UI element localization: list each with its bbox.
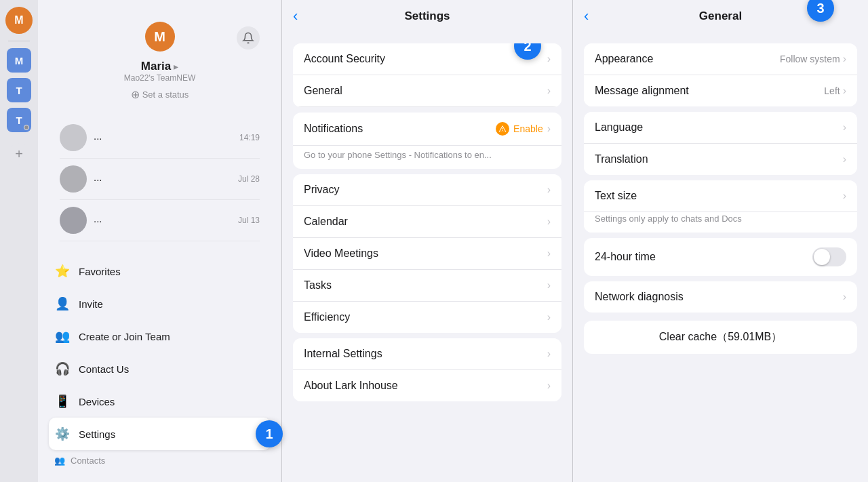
notifications-bell-button[interactable]: [237, 26, 260, 49]
chevron-right-icon-5: ›: [547, 216, 551, 228]
star-icon: ⭐: [54, 263, 71, 279]
conv-time-2: Jul 28: [238, 174, 260, 184]
tasks-label: Tasks: [304, 279, 332, 292]
about-label: About Lark Inhouse: [304, 380, 398, 392]
settings-tasks[interactable]: Tasks ›: [293, 270, 561, 302]
callout-badge-1: 1: [256, 420, 283, 447]
chevron-right-icon: ›: [547, 53, 551, 65]
general-label: General: [304, 85, 342, 97]
settings-privacy[interactable]: Privacy ›: [293, 174, 561, 206]
settings-group-notifications: Notifications Enable › Go to your phone …: [293, 113, 561, 169]
network-diagnosis-label: Network diagnosis: [595, 291, 684, 303]
chevron-right-icon-6: ›: [547, 247, 551, 260]
account-security-label: Account Security: [304, 53, 385, 65]
conv-item-2[interactable]: ··· Jul 28: [60, 159, 260, 200]
sidebar-item-devices[interactable]: 📱 Devices: [49, 385, 271, 418]
conv-item-1[interactable]: ··· 14:19: [60, 117, 260, 159]
online-dot: [24, 125, 29, 130]
text-size-label: Text size: [595, 190, 637, 202]
general-appearance[interactable]: Appearance Follow system ›: [584, 43, 857, 75]
chevron-right-icon-3: ›: [547, 123, 551, 135]
nav-list: ⭐ Favorites 👤 Invite 👥 Create or Join Te…: [49, 255, 271, 450]
general-translation[interactable]: Translation ›: [584, 144, 857, 175]
notifications-enable-label: Enable: [513, 123, 543, 134]
conv-time-1: 14:19: [239, 133, 260, 142]
sidebar-item-label-invite: Invite: [79, 298, 103, 310]
sidebar-avatar-1[interactable]: M: [7, 48, 31, 73]
message-alignment-value: Left: [824, 85, 840, 96]
add-workspace-button[interactable]: +: [8, 143, 30, 165]
general-language[interactable]: Language ›: [584, 112, 857, 144]
general-group-2: Language › Translation ›: [584, 112, 857, 175]
settings-panel-header: ‹ Settings: [282, 0, 572, 33]
callout-badge-3: 3: [807, 0, 834, 22]
general-network-diagnosis[interactable]: Network diagnosis ›: [584, 281, 857, 313]
chevron-right-icon-9: ›: [547, 348, 551, 360]
notifications-label: Notifications: [304, 123, 363, 135]
general-text-size[interactable]: Text size ›: [584, 180, 857, 212]
text-size-subtext: Settings only apply to chats and Docs: [584, 212, 857, 233]
chevron-right-icon-a6: ›: [843, 291, 846, 303]
settings-back-button[interactable]: ‹: [293, 7, 298, 25]
left-main-content: M Maria ▸ Mao22's TeamNEW: [38, 0, 281, 482]
set-status-button[interactable]: ⊕ Set a status: [131, 88, 189, 101]
settings-efficiency[interactable]: Efficiency ›: [293, 302, 561, 333]
clear-cache-button[interactable]: Clear cache（59.01MB）: [584, 321, 857, 354]
video-meetings-label: Video Meetings: [304, 247, 378, 260]
contacts-tab[interactable]: 👥 Contacts: [49, 450, 271, 471]
settings-notifications[interactable]: Notifications Enable ›: [293, 113, 561, 146]
general-24hour-time[interactable]: 24-hour time: [584, 238, 857, 276]
general-group-3: Text size › Settings only apply to chats…: [584, 180, 857, 233]
conv-time-3: Jul 13: [238, 216, 260, 225]
chevron-right-icon-10: ›: [547, 380, 551, 392]
sidebar-item-label-settings: Settings: [79, 428, 115, 440]
efficiency-label: Efficiency: [304, 311, 350, 323]
device-icon: 📱: [54, 393, 71, 409]
settings-list: Account Security › General › 2 Notificat…: [282, 33, 572, 482]
settings-video-meetings[interactable]: Video Meetings ›: [293, 238, 561, 270]
general-back-button[interactable]: ‹: [584, 7, 589, 25]
chevron-right-icon-8: ›: [547, 311, 551, 323]
profile-team: Mao22's TeamNEW: [124, 73, 195, 83]
chevron-right-icon-a4: ›: [843, 153, 846, 165]
profile-name: Maria: [141, 60, 171, 73]
settings-panel-title: Settings: [404, 9, 450, 23]
general-panel: ‹ General 3 Appearance Follow system › M…: [573, 0, 868, 482]
sidebar-item-create-team[interactable]: 👥 Create or Join Team: [49, 320, 271, 353]
team-icon: 👥: [54, 328, 71, 344]
general-settings-list: Appearance Follow system › Message align…: [573, 33, 868, 482]
24hour-time-toggle[interactable]: [812, 247, 846, 266]
settings-group-3: Privacy › Calendar › Video Meetings › Ta…: [293, 174, 561, 333]
settings-general[interactable]: General ›: [293, 75, 561, 107]
internal-settings-label: Internal Settings: [304, 348, 382, 360]
settings-calendar[interactable]: Calendar ›: [293, 206, 561, 238]
general-group-4: 24-hour time: [584, 238, 857, 276]
sidebar-item-settings[interactable]: ⚙️ Settings 1: [49, 418, 271, 450]
gear-icon: ⚙️: [54, 426, 71, 442]
settings-about[interactable]: About Lark Inhouse ›: [293, 370, 561, 401]
profile-avatar[interactable]: M: [145, 22, 175, 52]
sidebar-item-favorites[interactable]: ⭐ Favorites: [49, 255, 271, 287]
sidebar-avatar-2[interactable]: T: [7, 78, 31, 102]
settings-internal[interactable]: Internal Settings ›: [293, 338, 561, 370]
sidebar-item-label-create-team: Create or Join Team: [79, 331, 170, 342]
sidebar-item-contact-us[interactable]: 🎧 Contact Us: [49, 353, 271, 385]
chevron-right-icon-a1: ›: [843, 53, 846, 65]
sidebar-item-invite[interactable]: 👤 Invite: [49, 287, 271, 320]
profile-section: M Maria ▸ Mao22's TeamNEW: [49, 11, 271, 112]
conv-avatar-3: [60, 207, 87, 234]
language-label: Language: [595, 121, 643, 134]
sidebar-main-avatar[interactable]: M: [5, 7, 33, 34]
chevron-right-icon-a5: ›: [843, 190, 846, 202]
toggle-thumb: [814, 249, 830, 265]
general-message-alignment[interactable]: Message alignment Left ›: [584, 75, 857, 106]
invite-icon: 👤: [54, 296, 71, 312]
settings-panel: ‹ Settings Account Security › General › …: [281, 0, 573, 482]
sidebar-item-label-contact-us: Contact Us: [79, 363, 129, 375]
headset-icon: 🎧: [54, 361, 71, 377]
settings-group-1: Account Security › General › 2: [293, 43, 561, 107]
24hour-time-label: 24-hour time: [595, 251, 656, 263]
notifications-subtext: Go to your phone Settings - Notification…: [293, 146, 561, 169]
conv-item-3[interactable]: ··· Jul 13: [60, 200, 260, 241]
privacy-label: Privacy: [304, 184, 339, 196]
